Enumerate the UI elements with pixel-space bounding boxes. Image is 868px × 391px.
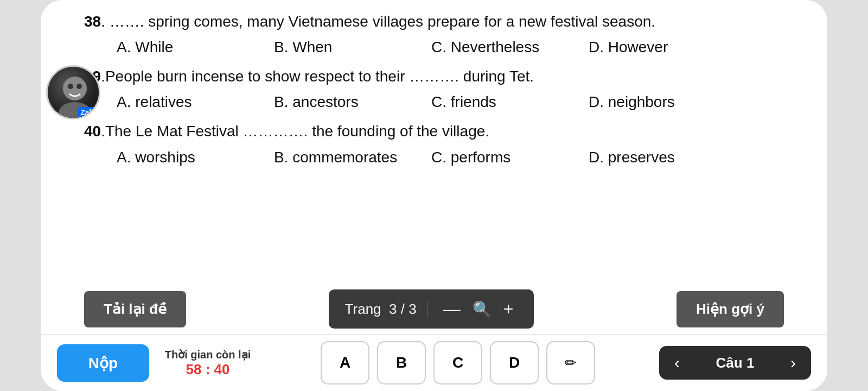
pagination-bar: Trang 3 / 3 — 🔍 + <box>329 289 534 329</box>
question-40-options: A. worships B. commemorates C. performs … <box>84 149 784 166</box>
q39-option-c[interactable]: C. friends <box>431 93 572 111</box>
q40-option-a[interactable]: A. worships <box>117 149 258 166</box>
q38-option-d[interactable]: D. However <box>589 39 730 56</box>
edit-icon: ✏ <box>565 355 577 371</box>
timer-block: Thời gian còn lại 58 : 40 <box>159 348 257 378</box>
nav-label: Câu 1 <box>716 355 755 371</box>
q40-option-c[interactable]: C. performs <box>431 149 572 166</box>
svg-point-2 <box>68 84 73 89</box>
pagination-text: Trang 3 / 3 <box>334 301 428 318</box>
question-39-text: 39.People burn incense to show respect t… <box>84 66 784 87</box>
nav-block: ‹ Câu 1 › <box>659 346 811 380</box>
zoom-in-button[interactable]: + <box>497 296 520 323</box>
nav-next-button[interactable]: › <box>785 351 801 374</box>
question-38: 38. ……. spring comes, many Vietnamese vi… <box>84 11 784 56</box>
answer-b-button[interactable]: B <box>377 341 426 384</box>
q40-option-d[interactable]: D. preserves <box>589 149 730 166</box>
q38-option-b[interactable]: B. When <box>274 39 415 56</box>
toolbar: Tải lại đề Trang 3 / 3 — 🔍 + Hiện gợi ý <box>41 284 827 334</box>
svg-point-3 <box>76 84 82 89</box>
q38-option-a[interactable]: A. While <box>117 39 258 56</box>
avatar: Zalo <box>46 65 100 119</box>
q39-option-d[interactable]: D. neighbors <box>589 93 730 111</box>
pagination-controls: — 🔍 + <box>428 296 529 323</box>
timer-label: Thời gian còn lại <box>165 348 251 361</box>
svg-point-0 <box>63 77 87 100</box>
reload-button[interactable]: Tải lại đề <box>84 291 186 327</box>
answer-d-button[interactable]: D <box>490 341 539 384</box>
answer-c-button[interactable]: C <box>433 341 482 384</box>
question-40-text: 40.The Le Mat Festival …………. the foundin… <box>84 121 784 142</box>
question-39: 39.People burn incense to show respect t… <box>84 66 784 111</box>
zoom-icon: 🔍 <box>473 300 492 318</box>
zoom-out-button[interactable]: — <box>437 296 467 323</box>
question-38-text: 38. ……. spring comes, many Vietnamese vi… <box>84 11 784 32</box>
bottom-bar: Nộp Thời gian còn lại 58 : 40 A B C D ✏ … <box>41 334 827 391</box>
hint-button[interactable]: Hiện gợi ý <box>676 291 784 327</box>
edit-button[interactable]: ✏ <box>546 341 595 384</box>
question-38-options: A. While B. When C. Nevertheless D. Howe… <box>84 39 784 56</box>
q38-option-c[interactable]: C. Nevertheless <box>431 39 572 56</box>
timer-value: 58 : 40 <box>186 361 230 378</box>
answer-a-button[interactable]: A <box>321 341 369 384</box>
zalo-badge: Zalo <box>78 107 99 118</box>
q39-option-a[interactable]: A. relatives <box>117 93 258 111</box>
question-39-options: A. relatives B. ancestors C. friends D. … <box>84 93 784 111</box>
q40-option-b[interactable]: B. commemorates <box>274 149 415 166</box>
q39-option-b[interactable]: B. ancestors <box>274 93 415 111</box>
submit-button[interactable]: Nộp <box>57 344 149 382</box>
nav-prev-button[interactable]: ‹ <box>669 351 685 374</box>
answer-buttons: A B C D ✏ <box>266 341 649 384</box>
question-40: 40.The Le Mat Festival …………. the foundin… <box>84 121 784 166</box>
